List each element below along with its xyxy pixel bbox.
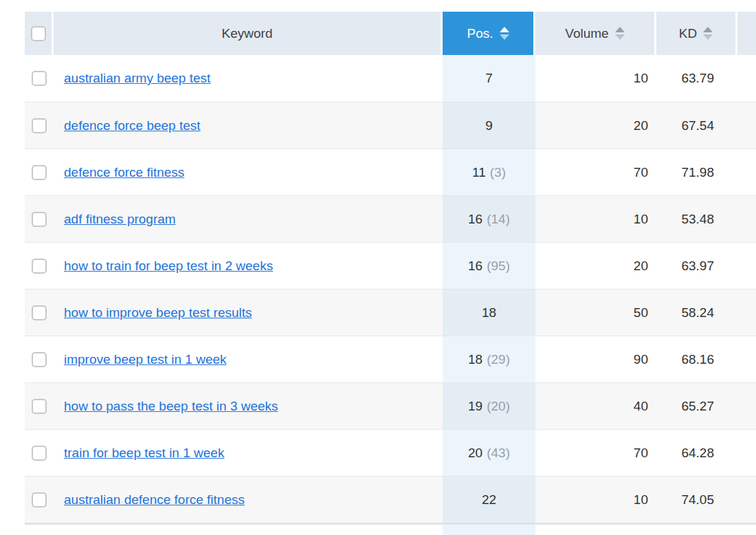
next-column-cell-cutoff xyxy=(737,477,756,523)
volume-value: 10 xyxy=(634,212,648,227)
keyword-link[interactable]: adf fitness program xyxy=(64,212,176,227)
next-column-cell-cutoff xyxy=(737,149,756,195)
position-value: 11 xyxy=(472,165,486,180)
position-previous-value: (95) xyxy=(487,259,510,274)
kd-cell: 68.16 xyxy=(656,336,737,382)
table-row: train for beep test in 1 week 20 (43) 70… xyxy=(25,429,756,476)
position-previous-value: (3) xyxy=(490,165,506,180)
row-checkbox[interactable] xyxy=(32,352,47,367)
volume-value: 70 xyxy=(634,446,648,461)
row-checkbox[interactable] xyxy=(32,259,47,274)
volume-value: 10 xyxy=(634,492,648,507)
position-cell: 7 xyxy=(443,55,535,102)
kd-cell: 74.05 xyxy=(656,477,737,523)
keyword-cell: defence force beep test xyxy=(54,102,443,149)
position-cell: 20 (43) xyxy=(443,430,535,476)
keyword-cell: how to train for beep test in 2 weeks xyxy=(54,243,443,289)
volume-cell: 50 xyxy=(535,290,656,336)
select-all-checkbox[interactable] xyxy=(31,26,46,41)
kd-value: 63.79 xyxy=(681,71,714,86)
next-column-cell-cutoff xyxy=(737,243,756,289)
position-column-header[interactable]: Pos. xyxy=(443,12,533,55)
position-cell: 22 xyxy=(443,477,535,523)
kd-value: 65.27 xyxy=(681,399,714,414)
position-value: 20 xyxy=(468,446,482,461)
kd-value: 67.54 xyxy=(681,118,714,133)
sort-arrows-icon xyxy=(500,27,509,40)
next-column-cell-cutoff xyxy=(737,430,756,476)
keyword-column-label: Keyword xyxy=(222,26,273,41)
keyword-cell: how to improve beep test results xyxy=(54,290,443,336)
row-checkbox[interactable] xyxy=(32,165,47,180)
keyword-link[interactable]: train for beep test in 1 week xyxy=(64,446,224,461)
row-checkbox[interactable] xyxy=(32,305,47,320)
row-checkbox-cell xyxy=(25,243,54,289)
keyword-link[interactable]: defence force beep test xyxy=(64,118,201,133)
row-checkbox[interactable] xyxy=(32,446,47,461)
volume-cell: 10 xyxy=(535,55,656,102)
position-value: 18 xyxy=(482,305,496,320)
volume-value: 40 xyxy=(634,399,648,414)
volume-value: 20 xyxy=(634,118,648,133)
kd-value: 58.24 xyxy=(681,305,714,320)
volume-cell: 90 xyxy=(535,336,656,382)
volume-cell: 40 xyxy=(535,383,656,429)
row-checkbox-cell xyxy=(25,477,54,523)
keyword-cell: train for beep test in 1 week xyxy=(54,430,443,476)
volume-value: 20 xyxy=(634,259,648,274)
keyword-cell: how to pass the beep test in 3 weeks xyxy=(54,383,443,429)
table-row: adf fitness program 16 (14) 10 53.48 xyxy=(25,195,756,242)
volume-cell: 10 xyxy=(535,477,656,523)
sort-arrows-icon xyxy=(615,27,625,40)
next-column-cell-cutoff xyxy=(737,55,756,102)
position-value: 9 xyxy=(485,118,493,133)
kd-cell: 71.98 xyxy=(656,149,737,195)
kd-value: 64.28 xyxy=(681,446,714,461)
table-body: australian army beep test 7 10 63.79 xyxy=(25,55,756,523)
position-previous-value: (14) xyxy=(487,212,510,227)
volume-value: 10 xyxy=(634,71,648,86)
keyword-link[interactable]: improve beep test in 1 week xyxy=(64,352,227,367)
position-value: 7 xyxy=(485,71,493,86)
row-checkbox[interactable] xyxy=(32,399,47,414)
row-checkbox[interactable] xyxy=(32,118,47,133)
position-cell: 16 (14) xyxy=(443,196,535,242)
volume-value: 50 xyxy=(634,305,648,320)
volume-column-label: Volume xyxy=(565,26,608,41)
row-checkbox[interactable] xyxy=(32,212,47,227)
position-value: 19 xyxy=(468,399,482,414)
row-checkbox[interactable] xyxy=(32,492,47,507)
next-column-cell-cutoff xyxy=(737,290,756,336)
row-checkbox-cell xyxy=(25,430,54,476)
row-checkbox[interactable] xyxy=(32,71,47,86)
kd-cell: 63.79 xyxy=(656,55,737,102)
keyword-link[interactable]: australian army beep test xyxy=(64,71,210,86)
keyword-link[interactable]: how to pass the beep test in 3 weeks xyxy=(64,399,278,414)
position-cell: 11 (3) xyxy=(443,149,535,195)
keyword-cell: defence force fitness xyxy=(54,149,443,195)
row-checkbox-cell xyxy=(25,149,54,195)
position-previous-value: (43) xyxy=(487,446,510,461)
kd-column-label: KD xyxy=(679,26,697,41)
position-column-label: Pos. xyxy=(467,26,493,41)
table-row: how to improve beep test results 18 50 5… xyxy=(25,289,756,336)
volume-column-header[interactable]: Volume xyxy=(535,12,654,55)
table-row: defence force beep test 9 20 67.54 xyxy=(25,102,756,149)
keyword-link[interactable]: how to train for beep test in 2 weeks xyxy=(64,259,273,274)
keyword-cell: australian army beep test xyxy=(54,55,443,102)
keyword-link[interactable]: how to improve beep test results xyxy=(64,305,252,320)
volume-cell: 70 xyxy=(535,430,656,476)
kd-column-header[interactable]: KD xyxy=(656,12,735,55)
keyword-link[interactable]: defence force fitness xyxy=(64,165,184,180)
position-cell: 18 (29) xyxy=(443,336,535,382)
position-cell: 16 (95) xyxy=(443,243,535,289)
kd-cell: 64.28 xyxy=(656,430,737,476)
table-row: how to pass the beep test in 3 weeks 19 … xyxy=(25,382,756,429)
row-checkbox-cell xyxy=(25,290,54,336)
next-column-cell-cutoff xyxy=(737,383,756,429)
keyword-cell: adf fitness program xyxy=(54,196,443,242)
keyword-link[interactable]: australian defence force fitness xyxy=(64,492,245,507)
keyword-column-header: Keyword xyxy=(54,12,441,55)
next-column-cell-cutoff xyxy=(737,196,756,242)
next-column-header-cutoff xyxy=(737,12,756,55)
